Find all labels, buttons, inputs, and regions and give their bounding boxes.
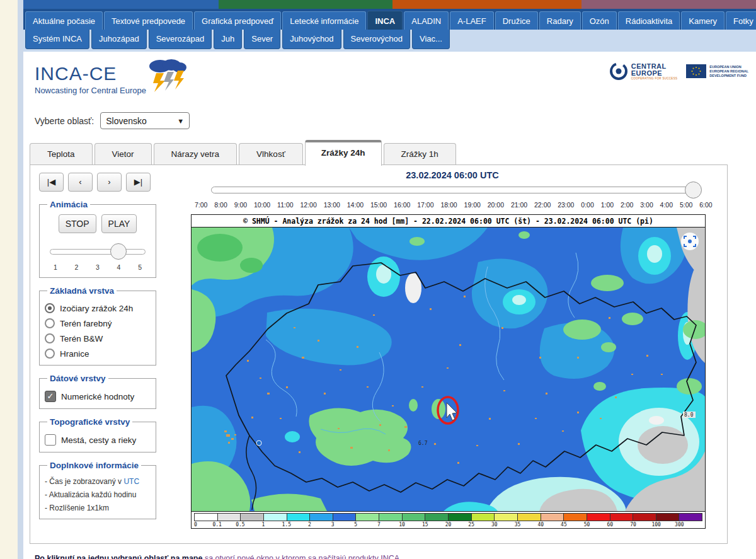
sidebar: |◀‹›▶| Animácia STOP PLAY 12345 Základná… — [39, 173, 158, 519]
time-tick-900: 9:00 — [234, 201, 247, 209]
info-line-2: - Rozlíšenie 1x1km — [45, 504, 151, 512]
radio-ter-n-farebn-[interactable]: Terén farebný — [45, 318, 151, 328]
category-strip-segment-1[interactable] — [219, 0, 392, 9]
subnav-tab-syst-m-inca[interactable]: Systém INCA — [25, 30, 89, 49]
speed-tick-5: 5 — [138, 263, 142, 271]
footer-note-bold: Po kliknutí na jednu vybranú oblasť na m… — [35, 554, 202, 559]
scale-label-40: 40 — [537, 522, 544, 527]
checkbox-icon[interactable] — [45, 434, 56, 446]
info-fieldset: Doplnkové informácie - Čas je zobrazovan… — [39, 461, 156, 519]
time-tick-1200: 12:00 — [300, 201, 316, 209]
tab-teplota[interactable]: Teplota — [30, 143, 93, 164]
time-tick-100: 1:00 — [601, 201, 614, 209]
nav-tab-r-dioaktivita[interactable]: Rádioaktivita — [618, 11, 680, 30]
nav-tab-textov-predpovede[interactable]: Textové predpovede — [104, 11, 193, 30]
central-europe-icon — [609, 62, 628, 81]
header: INCA-CE Nowcasting for Central Europe CE… — [23, 52, 756, 110]
scale-cell — [633, 514, 656, 521]
nav-tab-aladin[interactable]: ALADIN — [404, 11, 449, 30]
speed-slider[interactable] — [50, 243, 146, 260]
nav-tab-a-laef[interactable]: A-LAEF — [450, 11, 494, 30]
tab-vlhkos-[interactable]: Vlhkosť — [239, 143, 303, 164]
precipitation-map[interactable]: 6.7 8.0 — [192, 228, 705, 511]
nav-tab-leteck-inform-cie[interactable]: Letecké informácie — [282, 11, 366, 30]
time-tick-000: 0:00 — [581, 201, 593, 209]
base-layer-options: Izočiary zrážok 24hTerén farebnýTerén B&… — [45, 303, 151, 359]
last-frame-button[interactable]: ▶| — [126, 173, 151, 192]
nav-tab-inca[interactable]: INCA — [367, 11, 403, 30]
map-focus-icon[interactable] — [681, 233, 699, 250]
tab-zr-ky-1h[interactable]: Zrážky 1h — [384, 143, 456, 164]
time-tick-2100: 21:00 — [511, 201, 527, 209]
scale-label-15: 15 — [422, 522, 428, 527]
subnav-tab-juhov-chod[interactable]: Juhovýchod — [282, 30, 341, 49]
speed-slider-track[interactable] — [50, 249, 146, 255]
scale-cell — [610, 514, 634, 521]
nav-tab-dru-ice[interactable]: Družice — [495, 11, 538, 30]
inca-ce-logo: INCA-CE Nowcasting for Central Europe — [35, 58, 189, 95]
nav-tab-kamery[interactable]: Kamery — [681, 11, 724, 30]
radio-button-icon[interactable] — [45, 349, 55, 359]
tab-zr-ky-24h[interactable]: Zrážky 24h — [305, 140, 382, 166]
subnav-tab-juhoz-pad[interactable]: Juhozápad — [91, 30, 147, 49]
tab-n-razy-vetra[interactable]: Nárazy vetra — [154, 143, 238, 164]
ce-line2: EUROPE — [631, 70, 678, 77]
subnav-tab-sever[interactable]: Sever — [244, 30, 280, 49]
category-strip-segment-0[interactable] — [23, 0, 219, 9]
storm-cloud-icon — [141, 58, 189, 93]
time-tick-1500: 15:00 — [370, 201, 387, 209]
map-value-label: 6.7 — [418, 441, 428, 446]
checkbox-mest-cesty-a-rieky[interactable]: Mestá, cesty a rieky — [45, 434, 151, 446]
prev-frame-button[interactable]: ‹ — [68, 173, 93, 192]
checkbox-numerick-hodnoty[interactable]: ✓Numerické hodnoty — [45, 391, 151, 402]
radio-ter-n-b-w[interactable]: Terén B&W — [45, 333, 151, 343]
eu-line1: EUROPEAN UNION — [709, 65, 748, 69]
scale-label-7: 7 — [377, 522, 381, 527]
info-legend: Doplnkové informácie — [47, 461, 141, 470]
scale-labels: 00.10.511.523571015202530354045506070100… — [194, 521, 702, 527]
radio-button-icon[interactable] — [45, 318, 55, 328]
next-frame-button[interactable]: › — [97, 173, 122, 192]
tab-vietor[interactable]: Vietor — [94, 143, 152, 164]
info-lines: - Čas je zobrazovaný v UTC- Aktualizácia… — [45, 477, 151, 512]
scale-cell — [472, 514, 495, 521]
eu-logo: EUROPEAN UNION EUROPEAN REGIONAL DEVELOP… — [686, 64, 748, 78]
timeline-slider-handle[interactable] — [685, 182, 702, 199]
radio-button-icon[interactable] — [45, 333, 55, 343]
top-strip — [23, 0, 756, 9]
checkbox-icon[interactable]: ✓ — [45, 391, 56, 402]
category-strip-segment-2[interactable] — [392, 0, 581, 9]
first-frame-button[interactable]: |◀ — [39, 173, 64, 192]
subnav-tab-viac-[interactable]: Viac... — [412, 30, 450, 49]
subnav-tab-juh[interactable]: Juh — [214, 30, 242, 49]
play-button[interactable]: PLAY — [101, 214, 137, 233]
speed-tick-3: 3 — [96, 263, 100, 271]
time-tick-1700: 17:00 — [417, 201, 433, 209]
nav-tab-oz-n[interactable]: Ozón — [582, 11, 617, 30]
radio-button-icon[interactable] — [45, 303, 55, 313]
utc-link[interactable]: UTC — [123, 477, 139, 486]
time-tick-2000: 20:00 — [488, 201, 504, 209]
animation-fieldset: Animácia STOP PLAY 12345 — [39, 200, 156, 278]
stop-button[interactable]: STOP — [59, 214, 96, 233]
nav-tab-aktu-lne-po-asie[interactable]: Aktuálne počasie — [25, 11, 103, 30]
scale-cell — [241, 514, 264, 521]
radio-hranice[interactable]: Hranice — [45, 349, 151, 359]
nav-row-2: Systém INCAJuhozápadSeverozápadJuhSeverJ… — [23, 30, 756, 52]
nav-tab-grafick-predpove-[interactable]: Grafická predpoveď — [194, 11, 281, 30]
speed-tick-4: 4 — [117, 263, 121, 271]
timeline-slider[interactable] — [211, 187, 697, 193]
subnav-tab-severov-chod[interactable]: Severovýchod — [343, 30, 410, 49]
speed-slider-handle[interactable] — [110, 243, 127, 260]
nav-tab-fotky[interactable]: Fotky — [726, 11, 756, 30]
speed-tick-2: 2 — [75, 263, 79, 271]
scale-label-300: 300 — [675, 522, 684, 527]
logo-title: INCA-CE — [35, 63, 146, 84]
radio-izo-iary-zr-ok-24h[interactable]: Izočiary zrážok 24h — [45, 303, 151, 313]
region-select[interactable]: Slovensko ▼ — [100, 112, 190, 129]
scale-cell — [679, 514, 702, 521]
subnav-tab-severoz-pad[interactable]: Severozápad — [149, 30, 212, 49]
map-value-label: 8.0 — [684, 412, 694, 418]
nav-tab-radary[interactable]: Radary — [539, 11, 581, 30]
category-strip-segment-3[interactable] — [581, 0, 756, 9]
